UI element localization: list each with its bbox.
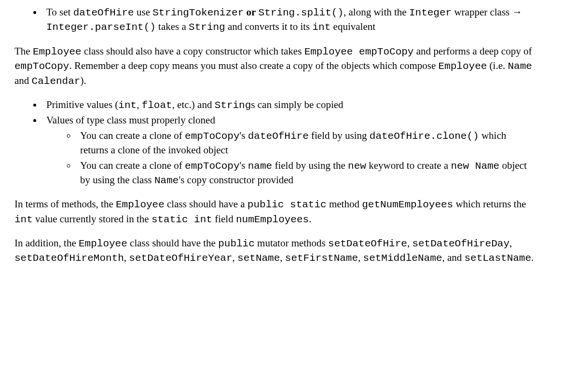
text: You can create a clone of	[80, 160, 185, 171]
code: new Name	[451, 161, 499, 172]
text: class should also have a copy constructo…	[82, 45, 304, 57]
text: which returns the	[453, 198, 526, 210]
paragraph-mutator-methods: In addition, the Employee class should h…	[14, 236, 535, 266]
text: (i.e.	[487, 60, 508, 71]
code: setFirstName	[285, 253, 358, 264]
text: class should have a	[165, 198, 248, 210]
bullet-list-1: To set dateOfHire use StringTokenizer or…	[14, 5, 535, 35]
text: and	[14, 75, 32, 86]
text: value currently stored in the	[33, 213, 151, 225]
text: and performs a deep copy of	[413, 45, 532, 57]
text: ).	[80, 75, 86, 86]
code: float	[142, 100, 172, 111]
code: Integer	[409, 7, 452, 18]
text: field	[212, 213, 236, 225]
text: takes a	[156, 21, 189, 32]
text: , and	[442, 252, 464, 263]
text: In addition, the	[14, 237, 79, 249]
text: The	[14, 45, 33, 57]
code: int	[313, 22, 331, 33]
code: Calendar	[32, 76, 81, 87]
code: empToCopy	[185, 131, 239, 142]
text: . Remember a deep copy means you must al…	[69, 60, 438, 71]
code: dateOfHire.clone()	[370, 131, 479, 142]
text: equivalent	[330, 21, 375, 32]
text: class should have the	[127, 237, 218, 249]
text: mutator methods	[255, 237, 328, 249]
sub-list: You can create a clone of empToCopy's da…	[46, 129, 535, 188]
text: ,	[407, 237, 413, 249]
code: dateOfHire	[73, 7, 134, 18]
text: wrapper class	[452, 6, 512, 18]
text: You can create a clone of	[80, 130, 185, 141]
text: field by using the	[272, 160, 348, 171]
list-item: Primitive values (int, float, etc.) and …	[42, 98, 535, 112]
text: and converts it to its	[225, 21, 313, 32]
text: .	[531, 252, 534, 263]
code: getNumEmployees	[362, 199, 453, 210]
code: numEmployees	[236, 214, 309, 225]
code: setDateOfHireMonth	[14, 253, 124, 264]
text: Primitive values (	[46, 99, 118, 110]
list-item: Values of type class must properly clone…	[42, 113, 535, 188]
code: empToCopy	[14, 61, 69, 72]
code: Employee	[116, 199, 165, 210]
text: To set	[46, 6, 73, 18]
text: ,	[280, 252, 285, 263]
text: keyword to create a	[366, 160, 451, 171]
code: Name	[508, 61, 532, 72]
code: int	[118, 100, 137, 111]
text: 's copy constructor provided	[179, 174, 293, 186]
text: field by using	[309, 130, 370, 141]
text: , etc.) and	[172, 99, 215, 110]
list-item: To set dateOfHire use StringTokenizer or…	[42, 5, 535, 35]
code: setDateOfHireYear	[129, 253, 232, 264]
text: .	[309, 213, 311, 225]
code: empToCopy	[185, 161, 239, 172]
bold-or: or	[247, 6, 256, 18]
text: 's	[240, 130, 248, 141]
code: Integer.parseInt()	[46, 22, 156, 33]
text: s can simply be copied	[251, 99, 343, 110]
code: StringTokenizer	[152, 7, 244, 18]
code: Name	[154, 175, 179, 186]
code: int	[14, 214, 33, 225]
code: setDateOfHireDay	[412, 238, 509, 249]
code: Employee	[79, 238, 127, 249]
code: String.split()	[259, 7, 344, 18]
code: name	[248, 161, 272, 172]
code: setDateOfHire	[328, 238, 407, 249]
arrow-icon: →	[512, 6, 523, 17]
text: ,	[233, 252, 238, 263]
code: Employee	[33, 46, 82, 57]
text: 's	[240, 160, 248, 171]
code: dateOfHire	[248, 131, 309, 142]
paragraph-copy-constructor: The Employee class should also have a co…	[14, 44, 535, 88]
list-item: You can create a clone of empToCopy's da…	[76, 129, 535, 158]
text: ,	[137, 99, 142, 110]
code: static int	[151, 214, 212, 225]
code: public	[218, 238, 255, 249]
text: In terms of methods, the	[14, 198, 116, 210]
code: setName	[237, 253, 280, 264]
code: public static	[248, 199, 327, 210]
text: ,	[358, 252, 363, 263]
text: use	[134, 6, 153, 18]
code: String	[189, 22, 225, 33]
code: String	[215, 100, 251, 111]
text: Values of type class must properly clone…	[46, 114, 215, 126]
code: new	[348, 161, 366, 172]
code: Employee empToCopy	[304, 46, 414, 57]
code: setMiddleName	[363, 253, 442, 264]
text: method	[327, 198, 362, 210]
code: setLastName	[464, 253, 531, 264]
paragraph-static-method: In terms of methods, the Employee class …	[14, 197, 535, 227]
text: ,	[124, 252, 129, 263]
bullet-list-2: Primitive values (int, float, etc.) and …	[14, 98, 535, 188]
text: , along with the	[344, 6, 409, 18]
code: Employee	[439, 61, 487, 72]
list-item: You can create a clone of empToCopy's na…	[76, 159, 535, 188]
text: ,	[509, 237, 512, 249]
